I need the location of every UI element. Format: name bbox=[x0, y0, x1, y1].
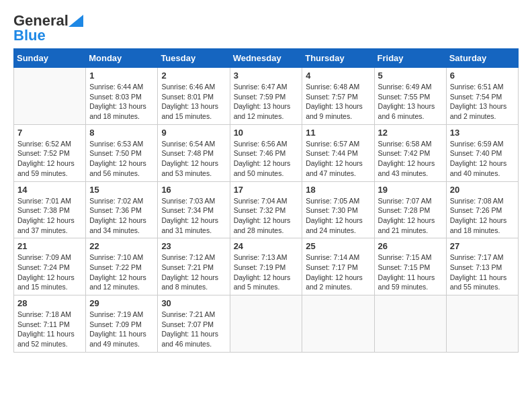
day-number: 20 bbox=[450, 185, 515, 195]
calendar-cell: 4Sunrise: 6:48 AMSunset: 7:57 PMDaylight… bbox=[302, 68, 374, 125]
calendar-cell: 17Sunrise: 7:04 AMSunset: 7:32 PMDayligh… bbox=[230, 181, 302, 238]
calendar-week-3: 21Sunrise: 7:09 AMSunset: 7:24 PMDayligh… bbox=[14, 238, 519, 295]
calendar-week-4: 28Sunrise: 7:18 AMSunset: 7:11 PMDayligh… bbox=[14, 295, 519, 353]
day-number: 14 bbox=[17, 185, 82, 195]
calendar-cell: 11Sunrise: 6:57 AMSunset: 7:44 PMDayligh… bbox=[302, 124, 374, 181]
calendar-cell: 21Sunrise: 7:09 AMSunset: 7:24 PMDayligh… bbox=[14, 238, 86, 295]
day-info: Sunrise: 7:12 AMSunset: 7:21 PMDaylight:… bbox=[161, 253, 226, 292]
calendar-cell: 18Sunrise: 7:05 AMSunset: 7:30 PMDayligh… bbox=[302, 181, 374, 238]
calendar-cell: 3Sunrise: 6:47 AMSunset: 7:59 PMDaylight… bbox=[230, 68, 302, 125]
day-number: 7 bbox=[17, 128, 82, 138]
calendar-cell: 24Sunrise: 7:13 AMSunset: 7:19 PMDayligh… bbox=[230, 238, 302, 295]
calendar-cell: 19Sunrise: 7:07 AMSunset: 7:28 PMDayligh… bbox=[374, 181, 446, 238]
day-number: 18 bbox=[306, 185, 370, 195]
day-info: Sunrise: 6:52 AMSunset: 7:52 PMDaylight:… bbox=[17, 139, 82, 179]
day-number: 13 bbox=[450, 128, 515, 138]
calendar-cell: 16Sunrise: 7:03 AMSunset: 7:34 PMDayligh… bbox=[158, 181, 230, 238]
logo-blue: Blue bbox=[13, 27, 46, 44]
day-number: 12 bbox=[378, 128, 443, 138]
day-number: 6 bbox=[450, 71, 515, 81]
calendar-cell: 15Sunrise: 7:02 AMSunset: 7:36 PMDayligh… bbox=[86, 181, 158, 238]
calendar-cell: 7Sunrise: 6:52 AMSunset: 7:52 PMDaylight… bbox=[14, 124, 86, 181]
calendar-cell: 6Sunrise: 6:51 AMSunset: 7:54 PMDaylight… bbox=[446, 68, 518, 125]
header-friday: Friday bbox=[374, 49, 446, 68]
day-info: Sunrise: 7:04 AMSunset: 7:32 PMDaylight:… bbox=[234, 196, 299, 236]
day-info: Sunrise: 6:46 AMSunset: 8:01 PMDaylight:… bbox=[161, 82, 226, 122]
day-info: Sunrise: 7:17 AMSunset: 7:13 PMDaylight:… bbox=[450, 253, 515, 292]
day-number: 11 bbox=[306, 128, 370, 138]
day-number: 15 bbox=[89, 185, 154, 195]
day-number: 10 bbox=[234, 128, 299, 138]
day-info: Sunrise: 6:56 AMSunset: 7:46 PMDaylight:… bbox=[234, 139, 299, 179]
header: General Blue bbox=[13, 12, 519, 44]
header-monday: Monday bbox=[86, 49, 158, 68]
day-info: Sunrise: 7:07 AMSunset: 7:28 PMDaylight:… bbox=[378, 196, 443, 236]
day-number: 26 bbox=[378, 241, 443, 251]
calendar-cell: 26Sunrise: 7:15 AMSunset: 7:15 PMDayligh… bbox=[374, 238, 446, 295]
day-info: Sunrise: 6:59 AMSunset: 7:40 PMDaylight:… bbox=[450, 139, 515, 179]
day-info: Sunrise: 7:08 AMSunset: 7:26 PMDaylight:… bbox=[450, 196, 515, 236]
day-number: 24 bbox=[234, 241, 299, 251]
day-number: 30 bbox=[161, 298, 226, 308]
day-number: 4 bbox=[306, 71, 370, 81]
day-info: Sunrise: 7:19 AMSunset: 7:09 PMDaylight:… bbox=[89, 310, 154, 349]
day-info: Sunrise: 7:21 AMSunset: 7:07 PMDaylight:… bbox=[161, 310, 226, 349]
header-sunday: Sunday bbox=[14, 49, 86, 68]
day-number: 17 bbox=[234, 185, 299, 195]
day-info: Sunrise: 6:51 AMSunset: 7:54 PMDaylight:… bbox=[450, 82, 515, 122]
day-number: 9 bbox=[161, 128, 226, 138]
calendar-cell bbox=[230, 295, 302, 353]
day-info: Sunrise: 6:58 AMSunset: 7:42 PMDaylight:… bbox=[378, 139, 443, 179]
calendar-cell: 27Sunrise: 7:17 AMSunset: 7:13 PMDayligh… bbox=[446, 238, 518, 295]
day-number: 8 bbox=[89, 128, 154, 138]
day-info: Sunrise: 6:54 AMSunset: 7:48 PMDaylight:… bbox=[161, 139, 226, 179]
calendar-cell: 13Sunrise: 6:59 AMSunset: 7:40 PMDayligh… bbox=[446, 124, 518, 181]
calendar-cell bbox=[374, 295, 446, 353]
svg-marker-0 bbox=[69, 15, 83, 27]
day-number: 23 bbox=[161, 241, 226, 251]
day-info: Sunrise: 7:18 AMSunset: 7:11 PMDaylight:… bbox=[17, 310, 82, 349]
header-wednesday: Wednesday bbox=[230, 49, 302, 68]
day-number: 21 bbox=[17, 241, 82, 251]
day-number: 16 bbox=[161, 185, 226, 195]
day-info: Sunrise: 6:48 AMSunset: 7:57 PMDaylight:… bbox=[306, 82, 370, 122]
day-info: Sunrise: 6:49 AMSunset: 7:55 PMDaylight:… bbox=[378, 82, 443, 122]
calendar-week-0: 1Sunrise: 6:44 AMSunset: 8:03 PMDaylight… bbox=[14, 68, 519, 125]
day-info: Sunrise: 7:10 AMSunset: 7:22 PMDaylight:… bbox=[89, 253, 154, 292]
day-number: 19 bbox=[378, 185, 443, 195]
day-number: 29 bbox=[89, 298, 154, 308]
header-thursday: Thursday bbox=[302, 49, 374, 68]
day-number: 1 bbox=[89, 71, 154, 81]
calendar-cell bbox=[14, 68, 86, 125]
day-info: Sunrise: 7:01 AMSunset: 7:38 PMDaylight:… bbox=[17, 196, 82, 236]
day-number: 28 bbox=[17, 298, 82, 308]
logo: General Blue bbox=[13, 12, 83, 44]
day-info: Sunrise: 6:53 AMSunset: 7:50 PMDaylight:… bbox=[89, 139, 154, 179]
logo-icon bbox=[69, 15, 83, 27]
day-number: 2 bbox=[161, 71, 226, 81]
calendar-cell: 2Sunrise: 6:46 AMSunset: 8:01 PMDaylight… bbox=[158, 68, 230, 125]
header-tuesday: Tuesday bbox=[158, 49, 230, 68]
calendar-cell: 9Sunrise: 6:54 AMSunset: 7:48 PMDaylight… bbox=[158, 124, 230, 181]
calendar-cell: 23Sunrise: 7:12 AMSunset: 7:21 PMDayligh… bbox=[158, 238, 230, 295]
day-number: 25 bbox=[306, 241, 370, 251]
calendar-cell: 25Sunrise: 7:14 AMSunset: 7:17 PMDayligh… bbox=[302, 238, 374, 295]
calendar-table: SundayMondayTuesdayWednesdayThursdayFrid… bbox=[13, 48, 519, 353]
calendar-cell: 30Sunrise: 7:21 AMSunset: 7:07 PMDayligh… bbox=[158, 295, 230, 353]
day-info: Sunrise: 7:13 AMSunset: 7:19 PMDaylight:… bbox=[234, 253, 299, 292]
calendar-cell bbox=[302, 295, 374, 353]
calendar-cell: 20Sunrise: 7:08 AMSunset: 7:26 PMDayligh… bbox=[446, 181, 518, 238]
page: General Blue SundayMondayTuesdayWednesda… bbox=[0, 0, 532, 411]
day-info: Sunrise: 7:14 AMSunset: 7:17 PMDaylight:… bbox=[306, 253, 370, 292]
day-info: Sunrise: 7:02 AMSunset: 7:36 PMDaylight:… bbox=[89, 196, 154, 236]
calendar-header-row: SundayMondayTuesdayWednesdayThursdayFrid… bbox=[14, 49, 519, 68]
calendar-cell: 29Sunrise: 7:19 AMSunset: 7:09 PMDayligh… bbox=[86, 295, 158, 353]
calendar-cell: 1Sunrise: 6:44 AMSunset: 8:03 PMDaylight… bbox=[86, 68, 158, 125]
day-info: Sunrise: 6:57 AMSunset: 7:44 PMDaylight:… bbox=[306, 139, 370, 179]
calendar-cell: 10Sunrise: 6:56 AMSunset: 7:46 PMDayligh… bbox=[230, 124, 302, 181]
calendar-cell: 14Sunrise: 7:01 AMSunset: 7:38 PMDayligh… bbox=[14, 181, 86, 238]
calendar-week-2: 14Sunrise: 7:01 AMSunset: 7:38 PMDayligh… bbox=[14, 181, 519, 238]
calendar-cell: 8Sunrise: 6:53 AMSunset: 7:50 PMDaylight… bbox=[86, 124, 158, 181]
day-info: Sunrise: 7:09 AMSunset: 7:24 PMDaylight:… bbox=[17, 253, 82, 292]
day-number: 5 bbox=[378, 71, 443, 81]
